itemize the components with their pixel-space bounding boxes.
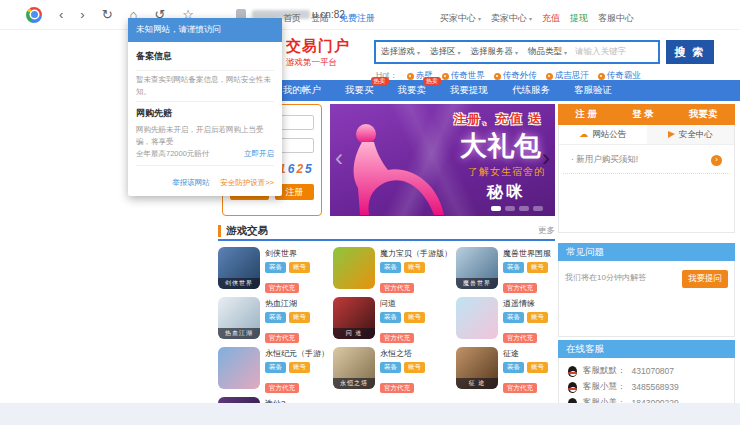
game-card[interactable]: 热血江湖 热血江湖 装备账号 官方代充	[218, 297, 329, 339]
tag-account[interactable]: 账号	[289, 312, 310, 323]
select-item-type-dropdown[interactable]: 物品类型▾	[523, 46, 572, 58]
game-title[interactable]: 问道	[380, 298, 425, 309]
topbar-home-link[interactable]: 首页	[283, 12, 301, 25]
tag-account[interactable]: 账号	[527, 262, 548, 273]
tag-equipment[interactable]: 装备	[503, 262, 524, 273]
site-logo[interactable]: 交易门户 游戏第一平台	[286, 37, 350, 69]
carousel-next-icon[interactable]: ›	[542, 146, 550, 170]
service-contact[interactable]: 客服默默：431070807	[568, 363, 725, 379]
tag-official-recharge[interactable]: 官方代充	[503, 283, 537, 294]
sidebar-login-link[interactable]: 登 录	[632, 108, 654, 121]
sidebar-sell-link[interactable]: 我要卖	[689, 108, 718, 121]
select-game-dropdown[interactable]: 选择游戏▾	[376, 46, 425, 58]
game-title[interactable]: 永恒纪元（手游）	[265, 348, 329, 359]
tab-site-notice[interactable]: ☁ 网站公告	[559, 125, 647, 144]
search-input[interactable]: 请输入关键字	[572, 46, 658, 58]
carousel-prev-icon[interactable]: ‹	[335, 146, 343, 170]
ask-question-button[interactable]: 我要提问	[682, 270, 728, 288]
hot-badge: 热卖	[371, 77, 389, 85]
tag-equipment[interactable]: 装备	[265, 312, 286, 323]
tag-equipment[interactable]: 装备	[380, 312, 401, 323]
hot-dot-icon	[546, 73, 553, 80]
game-title[interactable]: 永恒之塔	[380, 348, 425, 359]
tab-security-center[interactable]: 安全中心	[647, 125, 735, 144]
seller-center-menu[interactable]: 卖家中心▾	[491, 12, 532, 25]
refresh-icon[interactable]: ↻	[102, 8, 113, 21]
nav-service-verify[interactable]: 客服验证	[574, 84, 612, 97]
game-card[interactable]: 征 途 征途 装备账号 官方代充	[456, 347, 555, 389]
tag-official-recharge[interactable]: 官方代充	[503, 383, 537, 394]
game-card[interactable]: 永恒纪元（手游） 装备账号 官方代充	[218, 347, 329, 389]
select-zone-dropdown[interactable]: 选择区▾	[425, 46, 466, 58]
game-title[interactable]: 魔力宝贝（手游版）	[380, 248, 452, 259]
announcement-panel: ☁ 网站公告 安全中心 · 新用户购买须知! ›	[558, 125, 735, 233]
withdraw-link[interactable]: 提现	[570, 12, 588, 25]
search-button[interactable]: 搜 索	[666, 40, 714, 64]
sidebar-register-link[interactable]: 注 册	[576, 108, 598, 121]
tag-official-recharge[interactable]: 官方代充	[265, 333, 299, 344]
more-link[interactable]: 更多	[538, 225, 555, 237]
tag-account[interactable]: 账号	[527, 362, 548, 373]
carousel-dot[interactable]	[519, 206, 529, 211]
tag-official-recharge[interactable]: 官方代充	[380, 383, 414, 394]
carousel-dot[interactable]	[533, 206, 543, 211]
game-title[interactable]: 逍遥情缘	[503, 298, 548, 309]
nav-withdraw[interactable]: 我要提现	[450, 84, 488, 97]
game-thumbnail: 热血江湖	[218, 297, 260, 339]
promo-banner[interactable]: 注册、充值 送 大礼包 了解女生宿舍的 秘咪 ‹ ›	[330, 104, 555, 216]
carousel-dots[interactable]	[491, 206, 543, 211]
qq-penguin-icon	[568, 366, 577, 377]
nav-buy[interactable]: 我要买热卖	[345, 84, 374, 97]
forward-icon[interactable]: ›	[80, 8, 84, 21]
search-bar: 选择游戏▾ 选择区▾ 选择服务器▾ 物品类型▾ 请输入关键字	[374, 40, 660, 64]
nav-sell[interactable]: 我要卖热卖	[398, 84, 427, 97]
game-card[interactable]: 剑侠世界 剑侠世界 装备账号 官方代充	[218, 247, 329, 289]
game-title[interactable]: 剑侠世界	[265, 248, 310, 259]
tag-equipment[interactable]: 装备	[503, 362, 524, 373]
purchase-protection-text2: 全年最高72000元赔付	[136, 149, 209, 159]
tag-equipment[interactable]: 装备	[380, 362, 401, 373]
tag-official-recharge[interactable]: 官方代充	[265, 383, 299, 394]
topbar-register-link[interactable]: 免费注册	[339, 12, 375, 25]
tag-account[interactable]: 账号	[289, 362, 310, 373]
tag-account[interactable]: 账号	[527, 312, 548, 323]
game-card[interactable]: 永恒之塔 永恒之塔 装备账号 官方代充	[333, 347, 452, 389]
nav-my-account[interactable]: 我的帐户	[283, 84, 321, 97]
browser-logo-icon[interactable]	[26, 7, 42, 23]
game-title[interactable]: 魔兽世界国服	[503, 248, 551, 259]
tag-account[interactable]: 账号	[404, 312, 425, 323]
buyer-center-menu[interactable]: 买家中心▾	[440, 12, 481, 25]
tag-official-recharge[interactable]: 官方代充	[265, 283, 299, 294]
tag-equipment[interactable]: 装备	[265, 262, 286, 273]
security-settings-link[interactable]: 安全防护设置>>	[220, 178, 274, 187]
enable-now-link[interactable]: 立即开启	[244, 149, 274, 159]
tag-account[interactable]: 账号	[404, 362, 425, 373]
game-card[interactable]: 魔兽世界 魔兽世界国服 装备账号 官方代充	[456, 247, 555, 289]
game-title[interactable]: 征途	[503, 348, 548, 359]
select-server-dropdown[interactable]: 选择服务器▾	[466, 46, 524, 58]
nav-powerleveling[interactable]: 代练服务	[512, 84, 550, 97]
carousel-dot[interactable]	[491, 206, 501, 211]
service-contact[interactable]: 客服小慧：3485568939	[568, 379, 725, 395]
report-site-link[interactable]: 举报该网站	[172, 178, 210, 187]
recharge-link[interactable]: 充值	[542, 12, 560, 25]
tag-equipment[interactable]: 装备	[265, 362, 286, 373]
game-title[interactable]: 热血江湖	[265, 298, 310, 309]
back-icon[interactable]: ‹	[59, 8, 63, 21]
tag-equipment[interactable]: 装备	[503, 312, 524, 323]
arrow-right-icon[interactable]: ›	[711, 155, 722, 166]
tag-equipment[interactable]: 装备	[380, 262, 401, 273]
game-card[interactable]: 问 道 问道 装备账号 官方代充	[333, 297, 452, 339]
carousel-dot[interactable]	[505, 206, 515, 211]
tag-official-recharge[interactable]: 官方代充	[503, 333, 537, 344]
service-center-link[interactable]: 客服中心	[598, 12, 634, 25]
tag-account[interactable]: 账号	[404, 262, 425, 273]
notice-item[interactable]: · 新用户购买须知! ›	[563, 145, 730, 174]
game-card[interactable]: 逍遥情缘 装备账号 官方代充	[456, 297, 555, 339]
tag-official-recharge[interactable]: 官方代充	[380, 283, 414, 294]
tag-account[interactable]: 账号	[289, 262, 310, 273]
thumbnail-caption: 永恒之塔	[333, 378, 375, 389]
topbar-login-link[interactable]: 登陆	[311, 12, 329, 25]
tag-official-recharge[interactable]: 官方代充	[380, 333, 414, 344]
game-card[interactable]: 魔力宝贝（手游版） 装备账号 官方代充	[333, 247, 452, 289]
